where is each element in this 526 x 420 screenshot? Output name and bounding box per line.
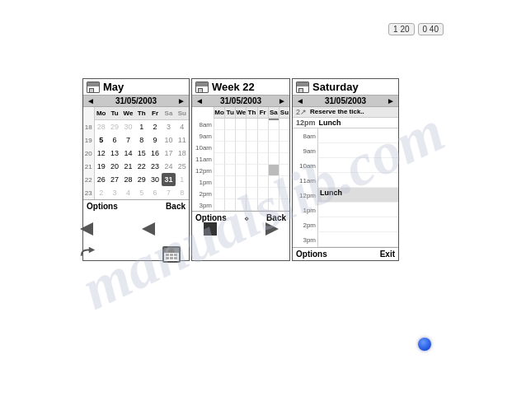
week-8am-tu[interactable]	[224, 119, 235, 130]
week-3pm-mo[interactable]	[214, 199, 224, 211]
week-8am-mo[interactable]	[214, 119, 224, 130]
daily-options-btn[interactable]: Options	[296, 250, 327, 259]
week-11am-th[interactable]	[246, 153, 256, 165]
week-2pm-mo[interactable]	[214, 188, 224, 199]
monthly-prev-arrow[interactable]: ◄	[87, 96, 95, 105]
monthly-back-btn[interactable]: Back	[166, 202, 186, 211]
week-3pm-fr[interactable]	[257, 199, 268, 211]
day-slot-9am[interactable]	[317, 143, 398, 158]
day-7-jun[interactable]: 7	[162, 186, 175, 199]
week-3pm-tu[interactable]	[224, 199, 235, 211]
week-12pm-mo[interactable]	[214, 165, 224, 176]
week-12pm-fr[interactable]	[257, 165, 268, 176]
day-6[interactable]: 6	[108, 133, 121, 147]
day-1-jun[interactable]: 1	[176, 173, 189, 186]
day-slot-11am[interactable]	[317, 173, 398, 188]
week-2pm-th[interactable]	[246, 188, 256, 199]
week-2pm-we[interactable]	[235, 188, 246, 199]
day-30[interactable]: 30	[148, 173, 162, 186]
day-20[interactable]: 20	[108, 160, 121, 173]
triangle-left-1-icon[interactable]	[78, 221, 95, 237]
day-12[interactable]: 12	[95, 147, 108, 160]
day-11[interactable]: 11	[176, 133, 189, 147]
week-9am-fr[interactable]	[257, 130, 268, 142]
day-4-jun[interactable]: 4	[121, 186, 134, 199]
week-11am-mo[interactable]	[214, 153, 224, 165]
day-5[interactable]: 5	[95, 133, 108, 147]
day-22[interactable]: 22	[135, 160, 148, 173]
monthly-next-arrow[interactable]: ►	[177, 96, 186, 105]
week-8am-su[interactable]	[279, 119, 289, 130]
week-1pm-th[interactable]	[246, 176, 256, 188]
week-1pm-mo[interactable]	[214, 176, 224, 188]
filled-square-icon[interactable]	[202, 221, 218, 237]
week-11am-sa[interactable]	[268, 153, 279, 165]
week-1pm-su[interactable]	[279, 176, 289, 188]
day-slot-3pm[interactable]	[317, 232, 398, 247]
calendar-icon2[interactable]	[162, 246, 181, 263]
day-27[interactable]: 27	[108, 173, 121, 186]
day-18[interactable]: 18	[176, 147, 189, 160]
week-2pm-tu[interactable]	[224, 188, 235, 199]
week-9am-su[interactable]	[279, 130, 289, 142]
week-8am-fr[interactable]	[257, 119, 268, 130]
week-11am-su[interactable]	[279, 153, 289, 165]
day-2[interactable]: 2	[148, 120, 162, 133]
week-8am-we[interactable]	[235, 119, 246, 130]
week-11am-fr[interactable]	[257, 153, 268, 165]
week-1pm-fr[interactable]	[257, 176, 268, 188]
week-2pm-fr[interactable]	[257, 188, 268, 199]
triangle-left-2-icon[interactable]	[140, 221, 157, 237]
week-2pm-sa[interactable]	[268, 188, 279, 199]
week-3pm-th[interactable]	[246, 199, 256, 211]
week-10am-tu[interactable]	[224, 142, 235, 153]
day-5-jun[interactable]: 5	[135, 186, 148, 199]
weekly-nav[interactable]: ◄ 31/05/2003 ►	[192, 96, 289, 107]
week-12pm-tu[interactable]	[224, 165, 235, 176]
week-12pm-th[interactable]	[246, 165, 256, 176]
day-8[interactable]: 8	[135, 133, 148, 147]
day-3[interactable]: 3	[162, 120, 175, 133]
day-30-apr[interactable]: 30	[121, 120, 134, 133]
day-21[interactable]: 21	[121, 160, 134, 173]
week-10am-su[interactable]	[279, 142, 289, 153]
daily-nav[interactable]: ◄ 31/05/2003 ►	[293, 96, 398, 107]
week-8am-th[interactable]	[246, 119, 256, 130]
day-slot-10am[interactable]	[317, 158, 398, 173]
monthly-nav[interactable]: ◄ 31/05/2003 ►	[83, 96, 189, 107]
day-7[interactable]: 7	[121, 133, 134, 147]
day-23[interactable]: 23	[148, 160, 162, 173]
week-9am-th[interactable]	[246, 130, 256, 142]
week-12pm-sa[interactable]	[268, 165, 279, 176]
day-28[interactable]: 28	[121, 173, 134, 186]
day-15[interactable]: 15	[135, 147, 148, 160]
day-29[interactable]: 29	[135, 173, 148, 186]
monthly-options-btn[interactable]: Options	[87, 202, 118, 211]
day-9[interactable]: 9	[148, 133, 162, 147]
week-12pm-we[interactable]	[235, 165, 246, 176]
week-3pm-su[interactable]	[279, 199, 289, 211]
week-9am-we[interactable]	[235, 130, 246, 142]
week-10am-fr[interactable]	[257, 142, 268, 153]
daily-next-arrow[interactable]: ►	[387, 96, 395, 105]
week-9am-mo[interactable]	[214, 130, 224, 142]
day-6-jun[interactable]: 6	[148, 186, 162, 199]
day-slot-1pm[interactable]	[317, 203, 398, 217]
day-19[interactable]: 19	[95, 160, 108, 173]
daily-exit-btn[interactable]: Exit	[380, 250, 395, 259]
day-4[interactable]: 4	[176, 120, 189, 133]
day-26[interactable]: 26	[95, 173, 108, 186]
weekly-next-arrow[interactable]: ►	[278, 96, 286, 105]
day-17[interactable]: 17	[162, 147, 175, 160]
weekly-prev-arrow[interactable]: ◄	[195, 96, 204, 105]
week-3pm-we[interactable]	[235, 199, 246, 211]
week-10am-th[interactable]	[246, 142, 256, 153]
day-3-jun[interactable]: 3	[108, 186, 121, 199]
day-24[interactable]: 24	[162, 160, 175, 173]
week-9am-tu[interactable]	[224, 130, 235, 142]
triangle-right-icon[interactable]	[264, 221, 280, 237]
day-1[interactable]: 1	[135, 120, 148, 133]
day-28-apr[interactable]: 28	[95, 120, 108, 133]
week-9am-sa[interactable]	[268, 130, 279, 142]
day-14[interactable]: 14	[121, 147, 134, 160]
